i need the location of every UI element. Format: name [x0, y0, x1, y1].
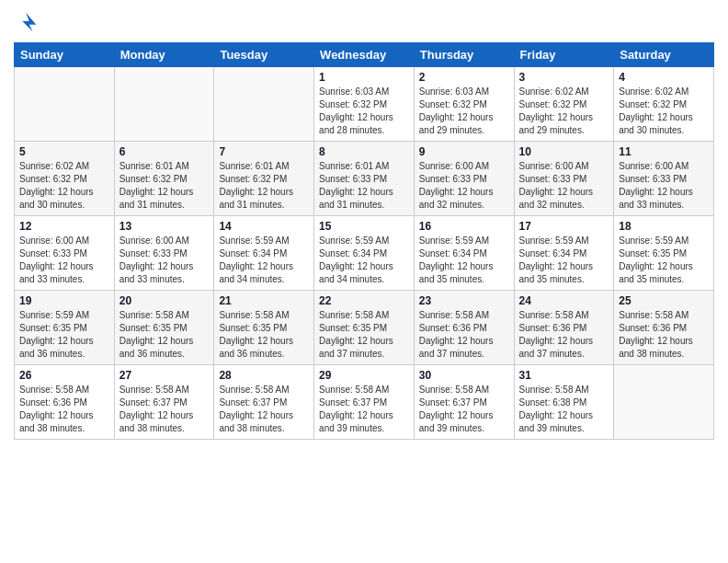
day-number: 30: [419, 369, 509, 382]
calendar-day: 20Sunrise: 5:58 AM Sunset: 6:35 PM Dayli…: [114, 291, 214, 365]
day-detail: Sunrise: 5:58 AM Sunset: 6:38 PM Dayligh…: [519, 384, 609, 435]
calendar-day: 12Sunrise: 6:00 AM Sunset: 6:33 PM Dayli…: [15, 216, 115, 291]
calendar-week-row: 26Sunrise: 5:58 AM Sunset: 6:36 PM Dayli…: [15, 365, 714, 440]
day-detail: Sunrise: 6:01 AM Sunset: 6:32 PM Dayligh…: [219, 160, 309, 212]
calendar-week-row: 5Sunrise: 6:02 AM Sunset: 6:32 PM Daylig…: [15, 142, 714, 216]
day-detail: Sunrise: 5:59 AM Sunset: 6:34 PM Dayligh…: [319, 235, 409, 286]
day-number: 20: [119, 294, 210, 307]
calendar-header-row: SundayMondayTuesdayWednesdayThursdayFrid…: [15, 43, 714, 67]
day-detail: Sunrise: 6:01 AM Sunset: 6:33 PM Dayligh…: [319, 160, 409, 212]
day-number: 12: [19, 220, 109, 233]
day-detail: Sunrise: 5:58 AM Sunset: 6:35 PM Dayligh…: [319, 309, 409, 361]
calendar-day: 19Sunrise: 5:59 AM Sunset: 6:35 PM Dayli…: [15, 291, 115, 365]
day-detail: Sunrise: 6:03 AM Sunset: 6:32 PM Dayligh…: [319, 86, 409, 137]
day-header: Monday: [114, 43, 214, 67]
calendar-day: 14Sunrise: 5:59 AM Sunset: 6:34 PM Dayli…: [214, 216, 314, 291]
calendar-day: 28Sunrise: 5:58 AM Sunset: 6:37 PM Dayli…: [214, 365, 314, 440]
calendar-day: 9Sunrise: 6:00 AM Sunset: 6:33 PM Daylig…: [414, 142, 514, 216]
day-number: 28: [219, 369, 309, 382]
day-detail: Sunrise: 5:58 AM Sunset: 6:37 PM Dayligh…: [119, 384, 210, 435]
calendar-day: 1Sunrise: 6:03 AM Sunset: 6:32 PM Daylig…: [314, 67, 415, 142]
header: [14, 9, 714, 35]
day-detail: Sunrise: 6:01 AM Sunset: 6:32 PM Dayligh…: [119, 160, 210, 212]
calendar-week-row: 1Sunrise: 6:03 AM Sunset: 6:32 PM Daylig…: [15, 67, 714, 142]
day-detail: Sunrise: 5:58 AM Sunset: 6:37 PM Dayligh…: [219, 384, 309, 435]
day-detail: Sunrise: 5:58 AM Sunset: 6:36 PM Dayligh…: [519, 309, 609, 361]
day-detail: Sunrise: 6:02 AM Sunset: 6:32 PM Dayligh…: [619, 86, 709, 137]
day-number: 27: [119, 369, 210, 382]
day-detail: Sunrise: 5:58 AM Sunset: 6:37 PM Dayligh…: [419, 384, 509, 435]
day-detail: Sunrise: 6:02 AM Sunset: 6:32 PM Dayligh…: [519, 86, 609, 137]
calendar-day: 7Sunrise: 6:01 AM Sunset: 6:32 PM Daylig…: [214, 142, 314, 216]
day-number: 19: [19, 294, 109, 307]
day-number: 10: [519, 145, 609, 158]
calendar-day: 22Sunrise: 5:58 AM Sunset: 6:35 PM Dayli…: [314, 291, 415, 365]
calendar-day: 11Sunrise: 6:00 AM Sunset: 6:33 PM Dayli…: [614, 142, 714, 216]
day-detail: Sunrise: 5:58 AM Sunset: 6:36 PM Dayligh…: [19, 384, 109, 435]
day-number: 1: [319, 71, 409, 84]
day-number: 26: [19, 369, 109, 382]
calendar-day: 13Sunrise: 6:00 AM Sunset: 6:33 PM Dayli…: [114, 216, 214, 291]
calendar-day: 3Sunrise: 6:02 AM Sunset: 6:32 PM Daylig…: [514, 67, 614, 142]
calendar-day: 8Sunrise: 6:01 AM Sunset: 6:33 PM Daylig…: [314, 142, 415, 216]
day-number: 17: [519, 220, 609, 233]
day-detail: Sunrise: 5:59 AM Sunset: 6:35 PM Dayligh…: [619, 235, 709, 286]
day-number: 14: [219, 220, 309, 233]
day-detail: Sunrise: 5:59 AM Sunset: 6:34 PM Dayligh…: [419, 235, 509, 286]
day-number: 4: [619, 71, 709, 84]
calendar-day: 6Sunrise: 6:01 AM Sunset: 6:32 PM Daylig…: [114, 142, 214, 216]
calendar: SundayMondayTuesdayWednesdayThursdayFrid…: [14, 42, 714, 440]
calendar-day: 29Sunrise: 5:58 AM Sunset: 6:37 PM Dayli…: [314, 365, 415, 440]
day-number: 13: [119, 220, 210, 233]
calendar-day: 23Sunrise: 5:58 AM Sunset: 6:36 PM Dayli…: [414, 291, 514, 365]
day-number: 9: [419, 145, 509, 158]
logo-icon: [14, 9, 40, 35]
day-number: 3: [519, 71, 609, 84]
day-detail: Sunrise: 6:00 AM Sunset: 6:33 PM Dayligh…: [419, 160, 509, 212]
day-detail: Sunrise: 6:00 AM Sunset: 6:33 PM Dayligh…: [619, 160, 709, 212]
day-number: 25: [619, 294, 709, 307]
calendar-empty-day: [614, 365, 714, 440]
calendar-empty-day: [214, 67, 314, 142]
svg-marker-0: [22, 13, 36, 32]
calendar-day: 24Sunrise: 5:58 AM Sunset: 6:36 PM Dayli…: [514, 291, 614, 365]
day-detail: Sunrise: 5:58 AM Sunset: 6:37 PM Dayligh…: [319, 384, 409, 435]
calendar-empty-day: [114, 67, 214, 142]
day-number: 18: [619, 220, 709, 233]
calendar-empty-day: [15, 67, 115, 142]
page: SundayMondayTuesdayWednesdayThursdayFrid…: [0, 0, 728, 563]
calendar-day: 15Sunrise: 5:59 AM Sunset: 6:34 PM Dayli…: [314, 216, 415, 291]
day-detail: Sunrise: 5:58 AM Sunset: 6:35 PM Dayligh…: [119, 309, 210, 361]
calendar-day: 31Sunrise: 5:58 AM Sunset: 6:38 PM Dayli…: [514, 365, 614, 440]
calendar-day: 5Sunrise: 6:02 AM Sunset: 6:32 PM Daylig…: [15, 142, 115, 216]
day-number: 6: [119, 145, 210, 158]
calendar-week-row: 12Sunrise: 6:00 AM Sunset: 6:33 PM Dayli…: [15, 216, 714, 291]
day-number: 24: [519, 294, 609, 307]
day-detail: Sunrise: 5:59 AM Sunset: 6:34 PM Dayligh…: [219, 235, 309, 286]
day-number: 8: [319, 145, 409, 158]
day-detail: Sunrise: 6:03 AM Sunset: 6:32 PM Dayligh…: [419, 86, 509, 137]
day-number: 2: [419, 71, 509, 84]
day-number: 5: [19, 145, 109, 158]
day-detail: Sunrise: 6:00 AM Sunset: 6:33 PM Dayligh…: [519, 160, 609, 212]
day-detail: Sunrise: 6:02 AM Sunset: 6:32 PM Dayligh…: [19, 160, 109, 212]
calendar-day: 18Sunrise: 5:59 AM Sunset: 6:35 PM Dayli…: [614, 216, 714, 291]
day-header: Wednesday: [314, 43, 415, 67]
day-detail: Sunrise: 6:00 AM Sunset: 6:33 PM Dayligh…: [19, 235, 109, 286]
day-number: 7: [219, 145, 309, 158]
day-number: 31: [519, 369, 609, 382]
calendar-day: 25Sunrise: 5:58 AM Sunset: 6:36 PM Dayli…: [614, 291, 714, 365]
calendar-day: 21Sunrise: 5:58 AM Sunset: 6:35 PM Dayli…: [214, 291, 314, 365]
day-detail: Sunrise: 5:59 AM Sunset: 6:35 PM Dayligh…: [19, 309, 109, 361]
day-number: 29: [319, 369, 409, 382]
calendar-day: 26Sunrise: 5:58 AM Sunset: 6:36 PM Dayli…: [15, 365, 115, 440]
calendar-day: 10Sunrise: 6:00 AM Sunset: 6:33 PM Dayli…: [514, 142, 614, 216]
calendar-week-row: 19Sunrise: 5:59 AM Sunset: 6:35 PM Dayli…: [15, 291, 714, 365]
day-header: Saturday: [614, 43, 714, 67]
day-number: 23: [419, 294, 509, 307]
calendar-day: 2Sunrise: 6:03 AM Sunset: 6:32 PM Daylig…: [414, 67, 514, 142]
day-number: 15: [319, 220, 409, 233]
day-number: 16: [419, 220, 509, 233]
day-detail: Sunrise: 5:59 AM Sunset: 6:34 PM Dayligh…: [519, 235, 609, 286]
calendar-day: 4Sunrise: 6:02 AM Sunset: 6:32 PM Daylig…: [614, 67, 714, 142]
